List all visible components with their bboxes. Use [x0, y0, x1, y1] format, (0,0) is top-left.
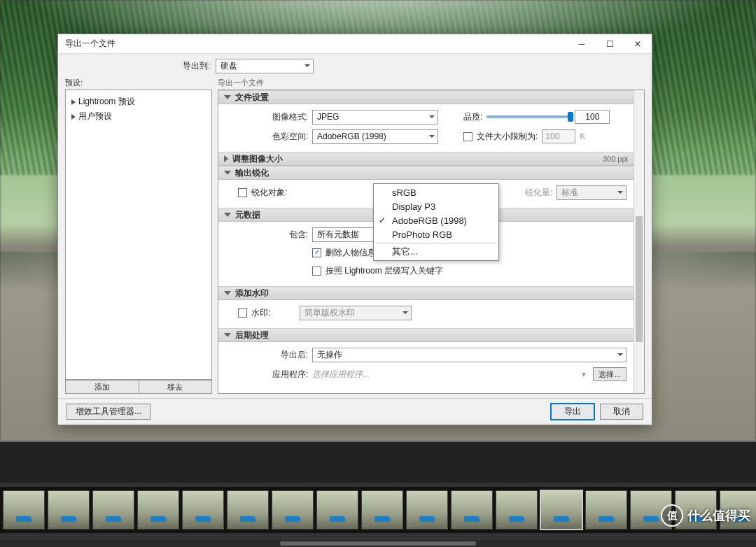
color-space-select[interactable]: AdobeRGB (1998) [312, 129, 438, 144]
watermark-icon: 值 [661, 504, 683, 527]
after-export-select[interactable]: 无操作 [312, 348, 626, 362]
section-post-header[interactable]: 后期处理 [218, 328, 634, 342]
preset-folder[interactable]: Lightroom 预设 [69, 94, 209, 109]
triangle-down-icon [224, 213, 231, 217]
dropdown-option-prophoto[interactable]: ProPhoto RGB [374, 227, 498, 241]
thumbnail[interactable]: ▫▫▫ [585, 490, 627, 530]
write-keywords-label: 按照 Lightroom 层级写入关键字 [326, 265, 443, 277]
image-format-label: 图像格式: [225, 111, 308, 123]
sharpen-amount-label: 锐化量: [525, 187, 552, 199]
remove-preset-button[interactable]: 移去 [139, 380, 213, 394]
resize-summary: 300 ppi [603, 155, 628, 163]
section-sharpen-header[interactable]: 输出锐化 [218, 166, 634, 180]
right-panel-label: 导出一个文件 [218, 78, 645, 88]
image-format-select[interactable]: JPEG [312, 110, 438, 125]
thumbnail[interactable]: ▫▫▫ [496, 490, 538, 530]
after-export-label: 导出后: [225, 349, 308, 361]
sharpen-checkbox[interactable] [238, 188, 247, 197]
triangle-right-icon [71, 99, 76, 105]
limit-size-unit: K [580, 132, 585, 141]
choose-app-button[interactable]: 选择... [593, 367, 626, 381]
application-placeholder: 选择应用程序... [312, 369, 578, 381]
cancel-button[interactable]: 取消 [600, 404, 643, 420]
application-label: 应用程序: [225, 369, 308, 381]
thumbnail[interactable]: ▫▫▫ [92, 490, 134, 530]
thumbnail[interactable]: ▫▫▫ [316, 490, 358, 530]
metadata-include-label: 包含: [225, 229, 308, 241]
thumbnail[interactable]: ▫▫▫ [182, 490, 224, 530]
export-button[interactable]: 导出 [551, 404, 594, 420]
watermark-checkbox[interactable] [238, 308, 247, 318]
remove-people-checkbox[interactable]: ✓ [312, 248, 321, 257]
watermark-label: 水印: [251, 307, 270, 319]
preset-folder[interactable]: 用户预设 [69, 109, 209, 124]
color-space-dropdown[interactable]: sRGB Display P3 AdobeRGB (1998) ProPhoto… [373, 183, 499, 261]
quality-label: 品质: [463, 111, 482, 123]
filmstrip-scrollbar[interactable] [0, 540, 756, 547]
triangle-down-icon [224, 171, 231, 175]
close-button[interactable]: ✕ [624, 34, 652, 54]
dropdown-option-other[interactable]: 其它... [374, 245, 498, 259]
quality-input[interactable]: 100 [575, 110, 610, 124]
triangle-down-icon [224, 333, 231, 337]
remove-people-label: 删除人物信息 [326, 247, 376, 259]
dropdown-option-srgb[interactable]: sRGB [374, 185, 498, 199]
section-file-settings-header[interactable]: 文件设置 [218, 90, 634, 104]
triangle-right-icon [71, 114, 76, 120]
add-preset-button[interactable]: 添加 [65, 380, 139, 394]
export-to-value: 硬盘 [220, 60, 237, 72]
dialog-title: 导出一个文件 [65, 38, 115, 50]
thumbnail[interactable]: ▫▫▫ [451, 490, 493, 530]
plugin-manager-button[interactable]: 增效工具管理器... [66, 404, 150, 420]
limit-size-label: 文件大小限制为: [477, 131, 538, 143]
site-watermark: 值 什么值得买 [661, 502, 750, 529]
preset-tree[interactable]: Lightroom 预设 用户预设 [65, 90, 212, 380]
quality-slider[interactable] [486, 115, 570, 118]
thumbnail[interactable]: ▫▫▫ [361, 490, 403, 530]
watermark-select: 简单版权水印 [300, 306, 412, 320]
write-keywords-checkbox[interactable] [312, 267, 321, 276]
presets-label: 预设: [65, 78, 212, 88]
maximize-button[interactable]: ☐ [596, 34, 624, 54]
watermark-text: 什么值得买 [687, 507, 750, 524]
export-to-select[interactable]: 硬盘 [216, 59, 314, 73]
dropdown-option-displayp3[interactable]: Display P3 [374, 199, 498, 213]
filmstrip[interactable]: ▫▫▫ ▫▫▫ ▫▫▫ ▫▫▫ ▫▫▫ ▫▫▫ ▫▫▫ ▫▫▫ ▫▫▫ ▫▫▫ … [0, 487, 756, 533]
triangle-down-icon [224, 291, 231, 295]
triangle-down-icon [224, 95, 231, 99]
export-to-label: 导出到: [183, 60, 210, 72]
section-resize-header[interactable]: 调整图像大小 300 ppi [218, 152, 634, 166]
minimize-button[interactable]: ─ [568, 34, 596, 54]
thumbnail[interactable]: ▫▫▫ [3, 490, 45, 530]
limit-size-input: 100 [542, 129, 575, 143]
dropdown-separator [377, 243, 496, 243]
thumbnail[interactable]: ▫▫▫ [406, 490, 448, 530]
section-watermark-header[interactable]: 添加水印 [218, 286, 634, 300]
sharpen-amount-select: 标准 [556, 185, 626, 200]
dropdown-option-adobergb[interactable]: AdobeRGB (1998) [374, 213, 498, 227]
sharpen-for-label: 锐化对象: [251, 187, 287, 199]
app-dark-bar [0, 441, 756, 483]
thumbnail[interactable]: ▫▫▫ [48, 490, 90, 530]
titlebar[interactable]: 导出一个文件 ─ ☐ ✕ [58, 34, 652, 54]
limit-size-checkbox[interactable] [463, 132, 472, 141]
thumbnail[interactable]: ▫▫▫ [272, 490, 314, 530]
thumbnail[interactable]: ▫▫▫ [137, 490, 179, 530]
thumbnail-selected[interactable]: ▫▫▫ [540, 490, 582, 530]
thumbnail[interactable]: ▫▫▫ [227, 490, 269, 530]
color-space-label: 色彩空间: [225, 131, 308, 143]
panel-scrollbar[interactable] [634, 90, 644, 393]
export-dialog: 导出一个文件 ─ ☐ ✕ 导出到: 硬盘 预设: Lightroom 预设 用户… [57, 34, 652, 425]
triangle-right-icon [224, 155, 228, 162]
